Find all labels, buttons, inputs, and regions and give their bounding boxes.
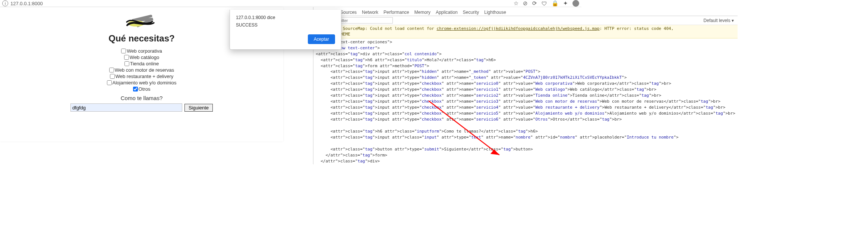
option-checkbox-5[interactable]: [107, 80, 112, 85]
option-label-3: Web con motor de reservas: [115, 67, 174, 73]
devtools-tab-security[interactable]: Security: [463, 9, 479, 16]
option-2[interactable]: Tienda online: [124, 61, 159, 66]
devtools-tab-performance[interactable]: Performance: [384, 9, 409, 16]
name-input[interactable]: [70, 103, 182, 112]
refresh-icon[interactable]: ⟳: [532, 0, 537, 7]
alert-message: SUCCESS: [236, 22, 335, 28]
option-label-1: Web catálogo: [130, 55, 159, 60]
warning-link[interactable]: chrome-extension://ogfjjkdiikihdfoopgaid…: [437, 26, 600, 31]
option-5[interactable]: Alojamiento web y/o dominios: [107, 80, 177, 86]
option-checkbox-1[interactable]: [124, 55, 129, 60]
devtools-tab-memory[interactable]: Memory: [414, 9, 430, 16]
option-label-6: Otros: [139, 86, 151, 92]
shield-icon[interactable]: 🛡: [542, 0, 547, 7]
option-4[interactable]: Web restaurante + delivery: [110, 74, 173, 79]
star-icon[interactable]: ☆: [514, 0, 518, 7]
console-warning: ed to load SourceMap: Could not load con…: [313, 25, 738, 38]
browser-address-bar: i 127.0.0.1:8000 ☆ ⊘ ⟳ 🛡 🔒 ✦: [0, 0, 581, 7]
option-checkbox-2[interactable]: [124, 61, 129, 66]
extensions-icon[interactable]: ✦: [563, 0, 568, 7]
submit-button[interactable]: Siguiente: [184, 104, 213, 112]
option-checkbox-0[interactable]: [121, 49, 126, 53]
name-form-row: Siguiente: [0, 103, 283, 112]
devtools-tab-network[interactable]: Network: [362, 9, 378, 16]
devtools-tab-sources[interactable]: Sources: [340, 9, 357, 16]
option-0[interactable]: Web corporativa: [121, 48, 162, 54]
js-alert-dialog: 127.0.0.1:8000 dice SUCCESS Aceptar: [230, 10, 341, 50]
option-checkbox-4[interactable]: [110, 74, 115, 79]
lock-icon[interactable]: 🔒: [552, 0, 559, 7]
browser-toolbar-right: ☆ ⊘ ⟳ 🛡 🔒 ✦: [514, 0, 579, 7]
devtools-tab-application[interactable]: Application: [436, 9, 458, 16]
alert-accept-button[interactable]: Aceptar: [308, 34, 335, 44]
site-info-icon[interactable]: i: [2, 0, 8, 6]
name-question: Como te llamas?: [0, 95, 283, 101]
option-label-4: Web restaurante + delivery: [116, 74, 173, 79]
devtools-tab-lighthouse[interactable]: Lighthouse: [484, 9, 506, 16]
option-6[interactable]: Otros: [133, 86, 151, 92]
option-label-0: Web corporativa: [127, 48, 162, 54]
profile-avatar-icon[interactable]: [572, 0, 579, 7]
console-filter-input[interactable]: [337, 17, 393, 24]
devtools-tabs: ConsoleSourcesNetworkPerformanceMemoryAp…: [313, 7, 738, 16]
alert-title: 127.0.0.1:8000 dice: [236, 15, 335, 20]
devtools-panel: ConsoleSourcesNetworkPerformanceMemoryAp…: [313, 7, 738, 164]
option-checkbox-6[interactable]: [133, 87, 138, 91]
option-label-2: Tienda online: [130, 61, 159, 66]
option-label-5: Alojamiento web y/o dominios: [113, 80, 177, 86]
option-1[interactable]: Web catálogo: [124, 55, 159, 60]
logo-scribble: [117, 15, 166, 30]
console-output[interactable]: ontainer text-center opciones"> attr">s=…: [313, 38, 738, 164]
options-list: Web corporativaWeb catálogoTienda online…: [0, 48, 283, 92]
option-3[interactable]: Web con motor de reservas: [109, 67, 174, 73]
devtools-console-toolbar: ▸ ◉ Default levels ▾: [313, 16, 738, 25]
url-text[interactable]: 127.0.0.1:8000: [10, 1, 43, 6]
log-levels-dropdown[interactable]: Default levels ▾: [704, 18, 734, 23]
block-icon[interactable]: ⊘: [523, 0, 528, 7]
option-checkbox-3[interactable]: [109, 68, 114, 72]
